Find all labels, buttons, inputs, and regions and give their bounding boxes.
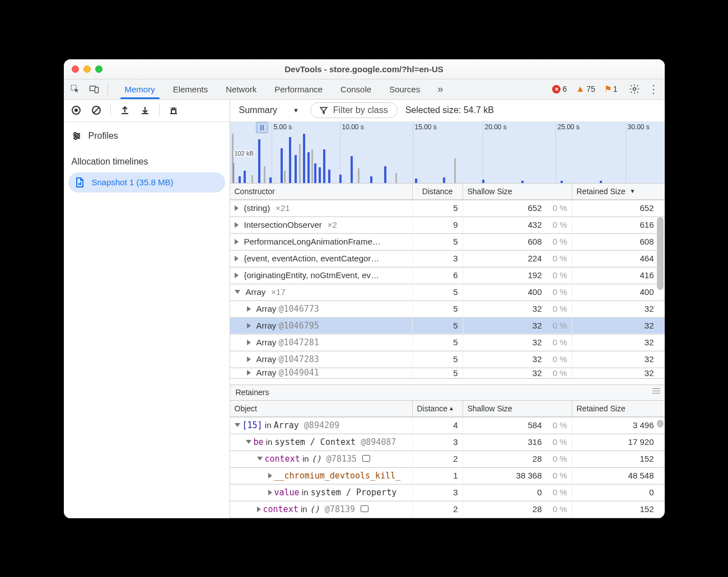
disclosure-arrow-icon[interactable]: [247, 306, 251, 312]
retained-size-value: 0: [572, 485, 659, 501]
warning-icon: ▲: [576, 84, 585, 94]
disclosure-arrow-icon[interactable]: [257, 506, 261, 512]
tab-network[interactable]: Network: [217, 79, 265, 99]
retainer-row[interactable]: be in system / Context @89408733160 %17 …: [230, 434, 665, 451]
table-row[interactable]: Array @10472815320 %320 %: [230, 335, 665, 351]
table-row[interactable]: {originatingEntity, noGtmEvent, ev…61920…: [230, 268, 665, 284]
disclosure-arrow-icon[interactable]: [247, 356, 251, 362]
shallow-size-value: 0: [463, 485, 547, 501]
shallow-pct: 0 %: [547, 368, 572, 378]
disclosure-arrow-icon[interactable]: [235, 423, 240, 427]
retained-pct: 0 %: [659, 301, 665, 317]
retained-pct: 0 %: [659, 318, 665, 334]
disclosure-arrow-icon[interactable]: [235, 290, 240, 294]
disclosure-arrow-icon[interactable]: [257, 457, 263, 461]
kebab-menu-icon[interactable]: ⋮: [646, 81, 661, 97]
settings-icon[interactable]: [627, 81, 642, 97]
upload-icon[interactable]: [117, 102, 133, 118]
distance-value: 4: [412, 417, 463, 434]
retained-size-value: 32: [572, 368, 659, 378]
record-icon[interactable]: [68, 102, 84, 118]
shallow-size-value: 400: [463, 284, 547, 301]
header-retained-size-r[interactable]: Retained Size: [572, 401, 659, 417]
disclosure-arrow-icon[interactable]: [235, 256, 239, 261]
disclosure-arrow-icon[interactable]: [235, 222, 239, 228]
scrollbar-thumb[interactable]: [657, 217, 664, 290]
table-row[interactable]: Array×1754000 %4000 %: [230, 284, 665, 301]
shallow-size-value: 28: [463, 501, 547, 518]
tab-performance[interactable]: Performance: [265, 79, 332, 99]
disclosure-arrow-icon[interactable]: [247, 370, 251, 376]
garbage-collect-icon[interactable]: [166, 102, 181, 118]
header-shallow-size[interactable]: Shallow Size: [463, 184, 547, 200]
disclosure-arrow-icon[interactable]: [268, 490, 272, 495]
retainer-row[interactable]: context in () @78139 2280 %1520 %: [230, 501, 665, 518]
window-close-button[interactable]: [72, 65, 79, 73]
view-mode-dropdown[interactable]: Summary ▼: [236, 103, 302, 118]
constructor-label: Array @1047281: [256, 337, 319, 348]
disclosure-arrow-icon[interactable]: [268, 473, 272, 479]
header-distance-asc[interactable]: Distance▲: [412, 401, 463, 417]
constructors-table[interactable]: (string)×2156520 %6520 %IntersectionObse…: [230, 200, 665, 384]
inspect-icon[interactable]: [67, 81, 83, 97]
retainer-row[interactable]: __chromium_devtools_kill_138 3680 %48 54…: [230, 468, 665, 485]
header-distance[interactable]: Distance: [412, 184, 463, 200]
timeline-handle[interactable]: [256, 122, 268, 133]
retained-size-value: 32: [572, 351, 659, 368]
disclosure-arrow-icon[interactable]: [235, 205, 239, 211]
header-retained-size[interactable]: Retained Size ▼: [572, 184, 659, 200]
constructor-label: Array @1047283: [256, 354, 319, 364]
download-icon[interactable]: [137, 102, 153, 118]
retainers-table[interactable]: [15] in Array @89420945840 %3 4960 %be i…: [230, 417, 665, 518]
disclosure-arrow-icon[interactable]: [246, 440, 251, 444]
object-path: be in system / Context @894087: [254, 437, 396, 447]
clear-icon[interactable]: [88, 102, 104, 118]
tab-elements[interactable]: Elements: [164, 79, 217, 99]
issues-count[interactable]: ⚑ 1: [604, 84, 618, 94]
tab-memory[interactable]: Memory: [116, 79, 164, 99]
retainers-menu-icon[interactable]: [652, 388, 660, 393]
retainer-row[interactable]: [15] in Array @89420945840 %3 4960 %: [230, 417, 665, 434]
retained-size-value: 3 496: [572, 417, 659, 434]
error-count[interactable]: ✕ 6: [552, 85, 567, 93]
table-row[interactable]: Array @10467955320 %320 %: [230, 318, 665, 335]
filter-input[interactable]: Filter by class: [310, 102, 398, 118]
allocation-timeline[interactable]: 5.00 s 10.00 s 15.00 s 20.00 s 25.00 s 3…: [230, 122, 665, 184]
constructor-label: IntersectionObserver: [244, 220, 322, 229]
window-maximize-button[interactable]: [95, 65, 102, 73]
disclosure-arrow-icon[interactable]: [247, 323, 251, 329]
header-object[interactable]: Object: [230, 401, 412, 417]
retainer-row[interactable]: context in () @78135 2280 %1520 %: [230, 451, 665, 468]
snapshot-item[interactable]: Snapshot 1 (35.8 MB): [68, 172, 225, 193]
disclosure-arrow-icon[interactable]: [247, 340, 251, 345]
distance-value: 5: [412, 335, 463, 351]
table-row[interactable]: Array @10472835320 %320 %: [230, 351, 665, 368]
shallow-size-value: 38 368: [463, 468, 547, 484]
table-row[interactable]: {event, eventAction, eventCategor…32240 …: [230, 251, 665, 268]
window-minimize-button[interactable]: [83, 65, 91, 73]
shallow-size-value: 432: [463, 217, 547, 233]
header-constructor[interactable]: Constructor: [230, 184, 412, 200]
table-row[interactable]: IntersectionObserver×294320 %6160 %: [230, 217, 665, 234]
retainer-row[interactable]: value in system / Property300 %00 %: [230, 485, 665, 501]
shallow-pct: 0 %: [547, 335, 572, 351]
table-row[interactable]: PerformanceLongAnimationFrame…56080 %608…: [230, 234, 665, 251]
timeline-tick: 20.00 s: [485, 123, 507, 131]
shallow-pct: 0 %: [547, 284, 572, 301]
allocation-timelines-heading: Allocation timelines: [64, 146, 230, 171]
more-tabs-icon[interactable]: »: [432, 81, 448, 97]
device-toggle-icon[interactable]: [86, 81, 102, 97]
header-shallow-size-r[interactable]: Shallow Size: [463, 401, 547, 417]
table-row[interactable]: Array @10467735320 %320 %: [230, 301, 665, 318]
tab-sources[interactable]: Sources: [380, 79, 429, 99]
tab-console[interactable]: Console: [332, 79, 380, 99]
timeline-bars: [230, 134, 665, 183]
table-row[interactable]: Array @10490415320 %320 %: [230, 368, 665, 379]
separator: [108, 83, 108, 95]
scrollbar-thumb[interactable]: [657, 420, 664, 428]
table-row[interactable]: (string)×2156520 %6520 %: [230, 200, 665, 217]
disclosure-arrow-icon[interactable]: [235, 273, 239, 278]
shallow-pct: 0 %: [547, 318, 572, 334]
disclosure-arrow-icon[interactable]: [235, 239, 239, 245]
warning-count[interactable]: ▲ 75: [576, 84, 595, 94]
